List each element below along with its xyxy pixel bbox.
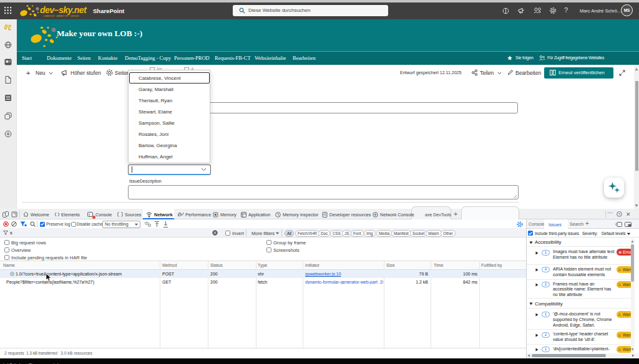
svg-text:?: ? bbox=[618, 213, 621, 216]
